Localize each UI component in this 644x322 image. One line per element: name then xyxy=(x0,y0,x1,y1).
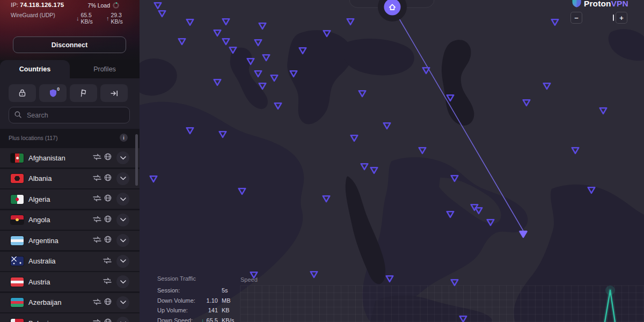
country-row[interactable]: Algeria xyxy=(0,189,140,209)
expand-country-button[interactable] xyxy=(116,255,129,268)
protonvpn-window: IP: 74.118.126.175 7% Load WireGuard (UD… xyxy=(0,0,644,322)
session-stat-value: 65.5 xyxy=(207,317,218,322)
expand-country-button[interactable] xyxy=(116,296,129,309)
expand-country-button[interactable] xyxy=(116,234,129,247)
port-forwarding-button[interactable] xyxy=(100,84,128,102)
server-marker[interactable] xyxy=(361,164,368,170)
map-area[interactable]: Session Traffic Session:5sDown Volume:1.… xyxy=(140,0,644,322)
session-stat-label: Up Volume: xyxy=(157,307,188,313)
smart-routing-globe-icon xyxy=(104,174,112,184)
server-marker[interactable] xyxy=(223,39,230,45)
country-row[interactable]: Argentina xyxy=(0,231,140,250)
country-name: Azerbaijan xyxy=(28,298,61,306)
home-location-pin[interactable] xyxy=(378,0,407,21)
landmass xyxy=(370,296,492,322)
country-row[interactable]: Afghanistan xyxy=(0,148,140,167)
country-row[interactable]: Bahrain xyxy=(0,313,140,322)
protonvpn-shield-icon xyxy=(572,0,581,10)
country-row[interactable]: Austria xyxy=(0,272,140,291)
arrow-to-bar-icon xyxy=(110,90,119,97)
expand-country-button[interactable] xyxy=(116,317,129,322)
server-marker[interactable] xyxy=(359,91,366,97)
server-marker[interactable] xyxy=(311,272,318,277)
landmass xyxy=(442,40,474,126)
server-marker[interactable] xyxy=(572,148,579,153)
expand-country-button[interactable] xyxy=(116,151,129,164)
server-marker[interactable] xyxy=(259,23,266,29)
p2p-swap-icon xyxy=(93,236,101,245)
connected-server-marker[interactable] xyxy=(520,231,527,237)
kill-switch-flag-icon xyxy=(80,89,87,97)
server-marker[interactable] xyxy=(419,148,426,153)
p2p-swap-icon xyxy=(93,194,101,204)
landmass xyxy=(287,30,352,124)
info-icon[interactable]: i xyxy=(120,134,128,142)
netshield-button[interactable]: 0 xyxy=(39,84,67,102)
landmass xyxy=(230,48,268,109)
server-marker[interactable] xyxy=(371,167,378,173)
session-stat-row: Down Speed:↓65.5KB/s xyxy=(157,317,246,322)
country-name: Algeria xyxy=(28,195,50,203)
server-marker[interactable] xyxy=(423,68,430,74)
p2p-swap-icon xyxy=(93,153,101,163)
server-marker[interactable] xyxy=(179,39,186,45)
server-marker[interactable] xyxy=(187,19,194,25)
expand-country-button[interactable] xyxy=(116,172,129,185)
protonvpn-logo: ProtonVPN xyxy=(572,0,628,10)
server-marker[interactable] xyxy=(347,19,354,25)
tab-profiles[interactable]: Profiles xyxy=(70,60,140,78)
country-list: AfghanistanAlbaniaAlgeriaAngolaArgentina… xyxy=(0,148,140,322)
download-arrow-icon: ↓ xyxy=(76,15,79,21)
country-row[interactable]: Australia xyxy=(0,252,140,271)
expand-country-button[interactable] xyxy=(116,214,129,226)
plus-locations-row: Plus locations (117) i xyxy=(0,132,140,145)
country-row[interactable]: Angola xyxy=(0,210,140,230)
server-marker[interactable] xyxy=(159,11,166,17)
server-marker[interactable] xyxy=(275,103,282,109)
server-marker[interactable] xyxy=(544,83,551,89)
server-load: 7% Load xyxy=(88,2,110,9)
kill-switch-button[interactable] xyxy=(70,84,97,102)
server-marker[interactable] xyxy=(384,123,391,129)
session-stat-row: Up Volume:141KB xyxy=(157,307,246,317)
server-marker[interactable] xyxy=(523,100,530,106)
zoom-slider-handle[interactable] xyxy=(613,14,614,21)
smart-routing-globe-icon xyxy=(104,194,112,204)
p2p-swap-icon xyxy=(93,174,101,184)
tab-countries[interactable]: Countries xyxy=(0,60,70,78)
p2p-swap-icon xyxy=(93,318,101,322)
secure-core-button[interactable] xyxy=(9,84,36,102)
zoom-slider-track[interactable] xyxy=(582,12,616,23)
world-map-svg xyxy=(140,0,644,322)
server-marker[interactable] xyxy=(214,79,221,85)
zoom-in-button[interactable]: + xyxy=(616,12,627,24)
zoom-out-button[interactable]: − xyxy=(570,12,582,24)
sidebar-scrollbar-thumb[interactable] xyxy=(135,134,138,186)
country-name: Afghanistan xyxy=(28,154,65,162)
ip-address: 74.118.126.175 xyxy=(20,2,64,8)
server-marker[interactable] xyxy=(214,30,221,36)
server-marker[interactable] xyxy=(255,40,262,46)
server-marker[interactable] xyxy=(223,19,230,25)
server-marker[interactable] xyxy=(323,196,330,202)
country-name: Angola xyxy=(28,216,50,224)
server-marker[interactable] xyxy=(255,71,262,77)
country-row[interactable]: Azerbaijan xyxy=(0,293,140,312)
server-marker[interactable] xyxy=(351,135,358,141)
server-marker[interactable] xyxy=(451,280,458,286)
session-stat-row: Session:5s xyxy=(157,287,246,297)
expand-country-button[interactable] xyxy=(116,275,129,288)
expand-country-button[interactable] xyxy=(116,193,129,206)
map-zoom-controls: − + xyxy=(570,12,627,24)
server-marker[interactable] xyxy=(271,75,278,81)
country-flag xyxy=(11,195,24,204)
server-marker[interactable] xyxy=(155,3,162,9)
landmass xyxy=(140,58,177,96)
session-stat-label: Session: xyxy=(157,287,180,294)
server-marker[interactable] xyxy=(263,55,270,61)
server-marker[interactable] xyxy=(600,108,607,114)
country-row[interactable]: Albania xyxy=(0,169,140,188)
server-marker[interactable] xyxy=(552,19,559,25)
disconnect-button[interactable]: Disconnect xyxy=(13,36,126,53)
search-input[interactable] xyxy=(26,111,119,120)
